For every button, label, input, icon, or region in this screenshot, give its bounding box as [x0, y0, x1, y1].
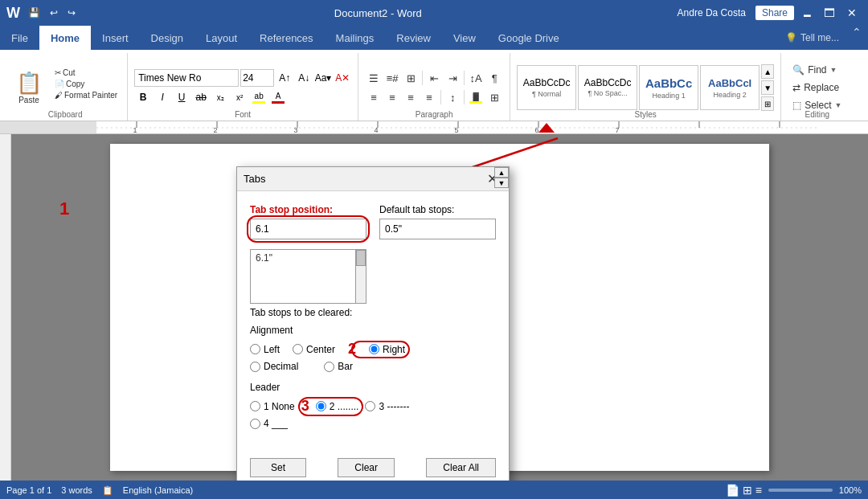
copy-icon: 📄: [55, 80, 64, 88]
copy-button[interactable]: 📄Copy: [51, 79, 121, 89]
shading-button[interactable]: ▓: [467, 88, 485, 106]
share-button[interactable]: Share: [755, 6, 794, 20]
text-highlight-button[interactable]: ab: [250, 88, 268, 106]
clear-all-button[interactable]: Clear All: [426, 458, 496, 477]
alignment-section: Alignment Left Center 2: [250, 325, 496, 372]
tab-googledrive[interactable]: Google Drive: [487, 26, 571, 50]
h2-label: Heading 2: [714, 91, 747, 99]
clear-formatting-button[interactable]: A✕: [334, 69, 351, 87]
show-formatting-button[interactable]: ¶: [485, 69, 503, 87]
minimize-button[interactable]: 🗕: [797, 3, 817, 22]
align-left-option[interactable]: Left: [250, 344, 280, 355]
font-name-input[interactable]: [134, 69, 239, 87]
save-button[interactable]: 💾: [25, 6, 43, 20]
collapse-ribbon-icon[interactable]: ⌃: [845, 26, 868, 50]
right-spacer: [379, 249, 496, 318]
align-decimal-radio[interactable]: [250, 362, 260, 372]
close-button[interactable]: ✕: [842, 3, 862, 22]
change-case-button[interactable]: Aa▾: [314, 69, 332, 87]
borders-button[interactable]: ⊞: [485, 88, 503, 106]
decrease-indent-button[interactable]: ⇤: [425, 69, 443, 87]
tab-insert[interactable]: Insert: [91, 26, 140, 50]
spin-down-button[interactable]: ▼: [494, 178, 509, 188]
paste-button[interactable]: 📋 Paste: [10, 67, 48, 108]
tab-design[interactable]: Design: [140, 26, 194, 50]
title-bar-left: W 💾 ↩ ↪: [6, 5, 79, 22]
tab-layout[interactable]: Layout: [194, 26, 248, 50]
style-heading2[interactable]: AaBbCcI Heading 2: [700, 65, 760, 110]
line-spacing-button[interactable]: ↕: [444, 88, 461, 106]
strikethrough-button[interactable]: ab: [192, 88, 210, 106]
clear-button[interactable]: Clear: [338, 458, 395, 477]
listbox-scrollbar[interactable]: [355, 249, 366, 304]
leader-4-radio[interactable]: [250, 419, 260, 429]
font-color-button[interactable]: A: [269, 88, 287, 106]
normal-label: ¶ Normal: [532, 90, 561, 98]
numbering-button[interactable]: ≡#: [383, 69, 401, 87]
justify-button[interactable]: ≡: [420, 88, 438, 106]
align-decimal-option[interactable]: Decimal: [250, 361, 298, 372]
tab-stop-input[interactable]: [250, 219, 366, 239]
tab-listbox[interactable]: 6.1": [250, 249, 366, 304]
leader-1-radio[interactable]: [250, 401, 260, 411]
italic-button[interactable]: I: [154, 88, 171, 106]
styles-scroll-down[interactable]: ▼: [761, 80, 774, 95]
spin-up-button[interactable]: ▲: [494, 167, 509, 178]
increase-indent-button[interactable]: ⇥: [444, 69, 461, 87]
align-center-button[interactable]: ≡: [383, 88, 401, 106]
replace-button[interactable]: ⇄ Replace: [788, 80, 846, 96]
leader-3-radio[interactable]: [365, 401, 375, 411]
leader-title: Leader: [250, 382, 496, 393]
style-heading1[interactable]: AaBbCc Heading 1: [639, 65, 698, 110]
tab-home[interactable]: Home: [39, 26, 91, 50]
align-right-button[interactable]: ≡: [402, 88, 420, 106]
undo-button[interactable]: ↩: [47, 6, 61, 20]
cut-button[interactable]: ✂Cut: [51, 67, 121, 78]
tab-stop-col: Tab stop position:: [250, 204, 366, 239]
leader-2-option[interactable]: 2 ........: [316, 401, 359, 412]
sort-button[interactable]: ↕A: [467, 69, 485, 87]
leader-3-option[interactable]: 3 -------: [365, 401, 409, 412]
tab-review[interactable]: Review: [385, 26, 442, 50]
styles-expand[interactable]: ⊞: [761, 96, 774, 111]
maximize-button[interactable]: 🗖: [820, 3, 839, 22]
set-button[interactable]: Set: [250, 458, 306, 477]
underline-button[interactable]: U: [173, 88, 190, 106]
align-left-radio[interactable]: [250, 344, 260, 354]
group-paragraph: ☰ ≡# ⊞ ⇤ ⇥ ↕A ¶ ≡ ≡ ≡ ≡: [358, 53, 510, 121]
ruler: 1 2 3 4 5 6 7: [0, 121, 868, 134]
align-left-button[interactable]: ≡: [365, 88, 383, 106]
superscript-button[interactable]: x²: [231, 88, 248, 106]
align-center-option[interactable]: Center: [293, 344, 335, 355]
align-bar-option[interactable]: Bar: [324, 361, 353, 372]
decrease-font-button[interactable]: A↓: [295, 69, 313, 87]
zoom-slider[interactable]: [768, 489, 833, 492]
leader-1-option[interactable]: 1 None: [250, 401, 295, 412]
tab-mailings[interactable]: Mailings: [325, 26, 386, 50]
style-normal[interactable]: AaBbCcDc ¶ Normal: [517, 65, 576, 110]
default-tab-input[interactable]: [379, 219, 496, 239]
styles-scroll-up[interactable]: ▲: [761, 64, 774, 79]
format-painter-button[interactable]: 🖌Format Painter: [51, 90, 121, 100]
leader-2-radio[interactable]: [316, 401, 326, 411]
align-right-option[interactable]: Right: [369, 344, 405, 355]
tab-view[interactable]: View: [442, 26, 487, 50]
align-right-radio[interactable]: [369, 344, 379, 354]
tab-list-item[interactable]: 6.1": [252, 252, 364, 264]
bold-button[interactable]: B: [134, 88, 152, 106]
subscript-button[interactable]: x₂: [211, 88, 229, 106]
tab-references[interactable]: References: [248, 26, 324, 50]
increase-font-button[interactable]: A↑: [276, 69, 293, 87]
redo-button[interactable]: ↪: [64, 6, 79, 20]
align-bar-radio[interactable]: [324, 362, 334, 372]
bullets-button[interactable]: ☰: [365, 69, 383, 87]
tab-file[interactable]: File: [0, 26, 39, 50]
leader-4-option[interactable]: 4 ___: [250, 418, 288, 429]
font-size-input[interactable]: [240, 69, 274, 87]
tell-me-text[interactable]: Tell me...: [800, 32, 839, 43]
find-button[interactable]: 🔍 Find ▼: [788, 62, 846, 78]
style-no-spacing[interactable]: AaBbCcDc ¶ No Spac...: [578, 65, 637, 110]
align-center-radio[interactable]: [293, 344, 303, 354]
multilevel-list-button[interactable]: ⊞: [402, 69, 420, 87]
group-clipboard: 📋 Paste ✂Cut 📄Copy 🖌Format Painter Clipb…: [3, 53, 128, 121]
